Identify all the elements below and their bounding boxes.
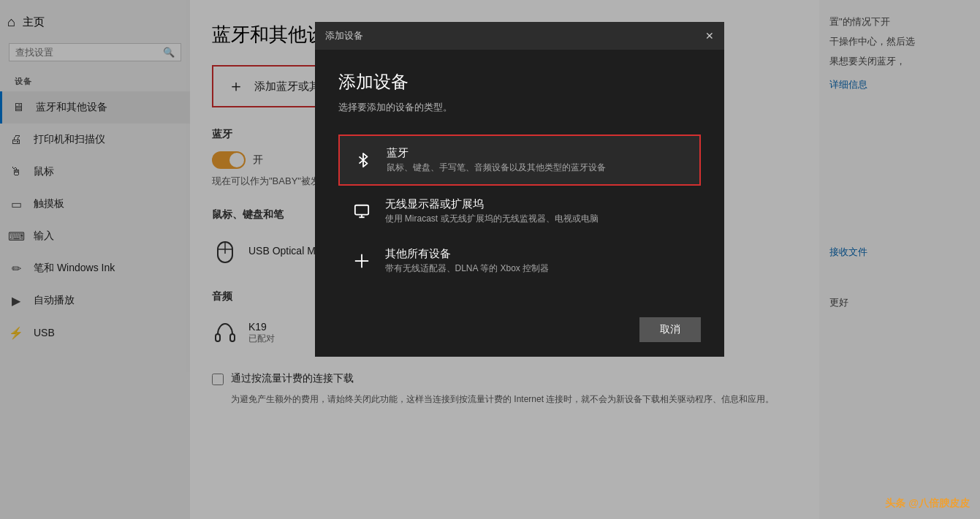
- other-option-desc: 带有无线适配器、DLNA 等的 Xbox 控制器: [385, 262, 550, 275]
- dialog-overlay: 添加设备 ✕ 添加设备 选择要添加的设备的类型。 蓝牙 鼠标、键盘、手写笔、音频…: [0, 0, 980, 519]
- other-option-text: 其他所有设备 带有无线适配器、DLNA 等的 Xbox 控制器: [385, 247, 550, 275]
- dialog-titlebar: 添加设备 ✕: [315, 22, 724, 50]
- dialog-cancel-button[interactable]: 取消: [639, 317, 701, 342]
- add-device-dialog: 添加设备 ✕ 添加设备 选择要添加的设备的类型。 蓝牙 鼠标、键盘、手写笔、音频…: [315, 22, 724, 357]
- dialog-body: 添加设备 选择要添加的设备的类型。 蓝牙 鼠标、键盘、手写笔、音频设备以及其他类…: [315, 50, 724, 307]
- bluetooth-option-icon: [352, 148, 375, 172]
- dialog-option-wireless[interactable]: 无线显示器或扩展坞 使用 Miracast 或无线扩展坞的无线监视器、电视或电脑: [338, 187, 701, 235]
- other-option-title: 其他所有设备: [385, 247, 550, 261]
- wireless-option-title: 无线显示器或扩展坞: [385, 197, 599, 211]
- dialog-subtitle: 选择要添加的设备的类型。: [338, 101, 701, 114]
- watermark: 头条 @八倍腴皮皮: [885, 497, 970, 510]
- svg-rect-5: [354, 205, 368, 215]
- bluetooth-option-title: 蓝牙: [387, 146, 606, 160]
- bluetooth-option-text: 蓝牙 鼠标、键盘、手写笔、音频设备以及其他类型的蓝牙设备: [387, 146, 606, 174]
- bluetooth-option-desc: 鼠标、键盘、手写笔、音频设备以及其他类型的蓝牙设备: [387, 162, 606, 174]
- dialog-title: 添加设备: [338, 70, 701, 94]
- dialog-close-button[interactable]: ✕: [705, 30, 714, 42]
- dialog-footer: 取消: [315, 307, 724, 357]
- dialog-option-other[interactable]: 其他所有设备 带有无线适配器、DLNA 等的 Xbox 控制器: [338, 237, 701, 285]
- monitor-option-icon: [350, 200, 373, 223]
- other-option-icon: [350, 249, 373, 273]
- dialog-option-bluetooth[interactable]: 蓝牙 鼠标、键盘、手写笔、音频设备以及其他类型的蓝牙设备: [338, 135, 701, 186]
- wireless-option-text: 无线显示器或扩展坞 使用 Miracast 或无线扩展坞的无线监视器、电视或电脑: [385, 197, 599, 225]
- dialog-titlebar-text: 添加设备: [325, 29, 363, 42]
- wireless-option-desc: 使用 Miracast 或无线扩展坞的无线监视器、电视或电脑: [385, 213, 599, 225]
